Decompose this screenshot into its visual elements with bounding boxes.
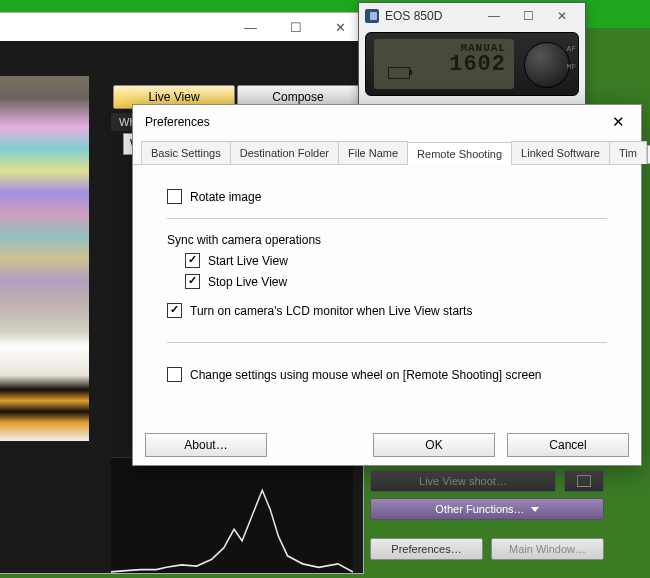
cam-maximize-button[interactable]: ☐ — [511, 9, 545, 23]
camera-lcd: MANUAL 1602 AF MF — [365, 32, 579, 96]
ok-button[interactable]: OK — [373, 433, 495, 457]
image-preview — [0, 76, 89, 441]
main-window-button[interactable]: Main Window… — [491, 538, 604, 560]
start-live-view-checkbox[interactable] — [185, 253, 200, 268]
camera-window-title: EOS 850D — [385, 9, 442, 23]
preferences-dialog: Preferences ✕ Basic Settings Destination… — [132, 104, 642, 466]
tab-time[interactable]: Tim — [609, 141, 647, 164]
start-live-view-label: Start Live View — [208, 254, 288, 268]
mf-label: MF — [566, 61, 576, 73]
tab-file-name[interactable]: File Name — [338, 141, 408, 164]
chevron-down-icon — [531, 507, 539, 512]
close-button[interactable]: ✕ — [318, 13, 363, 41]
camera-status-window: EOS 850D — ☐ ✕ MANUAL 1602 AF MF — [358, 2, 586, 105]
other-functions-dropdown[interactable]: Other Functions… — [370, 498, 604, 520]
turn-on-lcd-label: Turn on camera's LCD monitor when Live V… — [190, 304, 472, 318]
stop-live-view-label: Stop Live View — [208, 275, 287, 289]
stop-live-view-checkbox[interactable] — [185, 274, 200, 289]
preferences-tabstrip: Basic Settings Destination Folder File N… — [133, 141, 641, 165]
camera-icon — [577, 475, 591, 487]
cancel-button[interactable]: Cancel — [507, 433, 629, 457]
minimize-button[interactable]: — — [228, 13, 273, 41]
tab-destination-folder[interactable]: Destination Folder — [230, 141, 339, 164]
cam-close-button[interactable]: ✕ — [545, 9, 579, 23]
rotate-image-label: Rotate image — [190, 190, 261, 204]
about-button[interactable]: About… — [145, 433, 267, 457]
sync-operations-label: Sync with camera operations — [167, 233, 607, 247]
control-dial[interactable] — [524, 42, 570, 88]
preferences-button[interactable]: Preferences… — [370, 538, 483, 560]
live-view-shoot-aux-button[interactable] — [564, 470, 604, 492]
histogram — [111, 457, 353, 573]
tab-linked-software[interactable]: Linked Software — [511, 141, 610, 164]
dialog-close-button[interactable]: ✕ — [606, 113, 631, 131]
dialog-title: Preferences — [145, 115, 210, 129]
tab-remote-shooting[interactable]: Remote Shooting — [407, 142, 512, 165]
battery-icon — [388, 67, 410, 79]
live-view-shoot-button[interactable]: Live View shoot… — [370, 470, 556, 492]
maximize-button[interactable]: ☐ — [273, 13, 318, 41]
mouse-wheel-checkbox[interactable] — [167, 367, 182, 382]
af-label: AF — [566, 43, 576, 55]
main-titlebar: — ☐ ✕ — [0, 13, 363, 42]
rotate-image-checkbox[interactable] — [167, 189, 182, 204]
camera-app-icon — [365, 9, 379, 23]
tab-basic-settings[interactable]: Basic Settings — [141, 141, 231, 164]
cam-minimize-button[interactable]: — — [477, 9, 511, 23]
turn-on-lcd-checkbox[interactable] — [167, 303, 182, 318]
mouse-wheel-label: Change settings using mouse wheel on [Re… — [190, 368, 542, 382]
